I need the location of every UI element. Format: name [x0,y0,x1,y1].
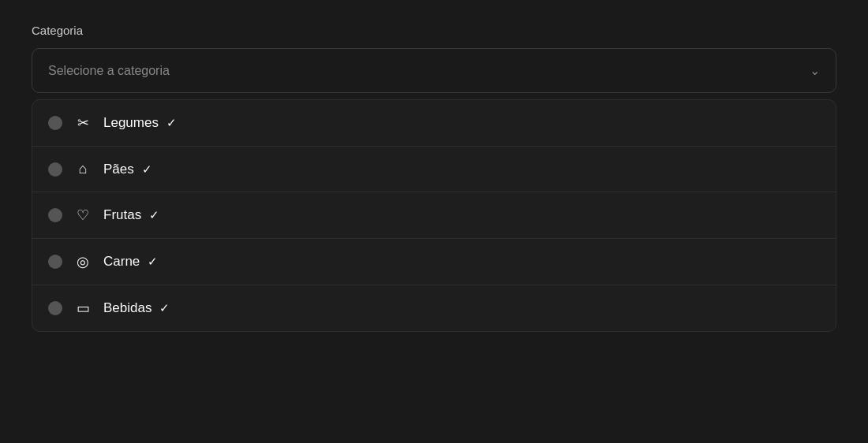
bottle-icon: ▭ [73,300,92,317]
radio-paes [48,162,62,177]
option-label-legumes: Legumes [103,115,159,131]
chevron-down-icon: ⌄ [810,63,820,78]
option-label-bebidas: Bebidas [103,300,152,316]
check-paes: ✓ [142,162,152,177]
option-item-carne[interactable]: ◎ Carne ✓ [32,239,836,285]
radio-frutas [48,208,62,222]
check-bebidas: ✓ [159,301,170,315]
dropdown-placeholder: Selecione a categoria [48,64,170,78]
option-item-legumes[interactable]: ✂ Legumes ✓ [32,100,836,147]
option-item-bebidas[interactable]: ▭ Bebidas ✓ [32,285,836,331]
option-label-frutas: Frutas [103,207,141,223]
bread-icon: ⌂ [73,161,92,177]
fruit-icon: ♡ [73,207,92,224]
leaf-icon: ✂ [73,114,92,132]
category-label: Categoria [32,24,836,37]
option-label-carne: Carne [103,254,140,270]
options-list: ✂ Legumes ✓ ⌂ Pães ✓ ♡ Frutas ✓ ◎ Carne … [32,99,836,332]
option-item-frutas[interactable]: ♡ Frutas ✓ [32,192,836,239]
label-row-carne: Carne ✓ [103,254,158,270]
check-carne: ✓ [148,255,158,269]
label-row-paes: Pães ✓ [103,162,152,177]
label-row-bebidas: Bebidas ✓ [103,300,170,316]
category-dropdown[interactable]: Selecione a categoria ⌄ [32,48,836,93]
meat-icon: ◎ [73,253,92,270]
check-frutas: ✓ [149,208,159,222]
label-row-legumes: Legumes ✓ [103,115,177,131]
label-row-frutas: Frutas ✓ [103,207,159,223]
radio-legumes [48,116,62,130]
option-label-paes: Pães [103,162,134,177]
radio-bebidas [48,301,62,315]
radio-carne [48,255,62,269]
option-item-paes[interactable]: ⌂ Pães ✓ [32,147,836,192]
check-legumes: ✓ [166,116,177,130]
